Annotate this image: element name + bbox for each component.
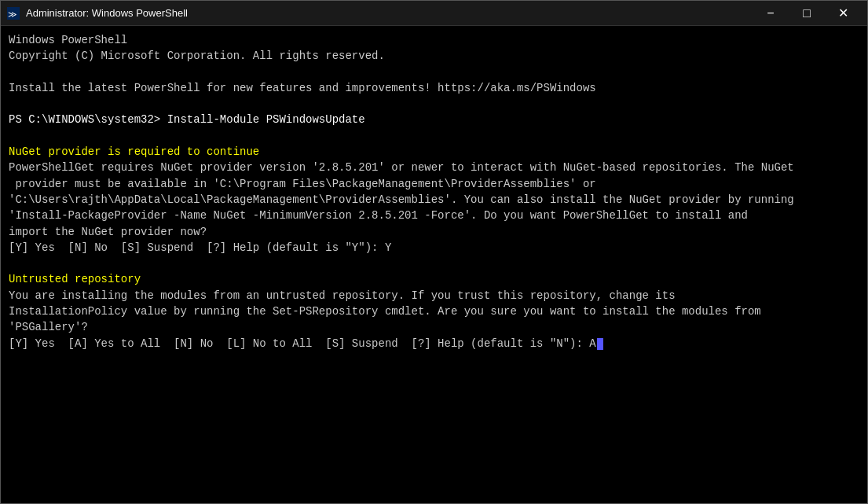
line-1: Windows PowerShell — [9, 34, 127, 46]
line-4: Install the latest PowerShell for new fe… — [9, 82, 596, 94]
line-8: NuGet provider is required to continue — [9, 145, 259, 158]
line-13: import the NuGet provider now? — [9, 226, 207, 238]
powershell-icon: ≫ — [7, 7, 20, 20]
line-12: 'Install-PackageProvider -Name NuGet -Mi… — [9, 209, 748, 222]
close-button[interactable]: ✕ — [825, 1, 861, 26]
line-19: 'PSGallery'? — [9, 321, 88, 333]
line-6: PS C:\WINDOWS\system32> Install-Module P… — [9, 113, 365, 126]
window-title: Administrator: Windows PowerShell — [26, 7, 746, 19]
line-18: InstallationPolicy value by running the … — [9, 305, 761, 318]
line-2: Copyright (C) Microsoft Corporation. All… — [9, 50, 385, 62]
title-bar: ≫ Administrator: Windows PowerShell − □ … — [1, 1, 867, 26]
minimize-button[interactable]: − — [753, 1, 789, 26]
line-14: [Y] Yes [N] No [S] Suspend [?] Help (def… — [9, 241, 391, 254]
svg-text:≫: ≫ — [8, 9, 17, 19]
line-20: [Y] Yes [A] Yes to All [N] No [L] No to … — [9, 337, 596, 350]
maximize-button[interactable]: □ — [789, 1, 825, 26]
console-text: Windows PowerShell Copyright (C) Microso… — [9, 32, 859, 351]
powershell-window: ≫ Administrator: Windows PowerShell − □ … — [0, 0, 868, 504]
line-17: You are installing the modules from an u… — [9, 289, 676, 302]
console-output[interactable]: Windows PowerShell Copyright (C) Microso… — [1, 26, 867, 503]
window-controls: − □ ✕ — [753, 1, 861, 26]
line-10: provider must be available in 'C:\Progra… — [9, 178, 596, 190]
line-16: Untrusted repository — [9, 273, 141, 285]
cursor-blink — [597, 338, 603, 350]
line-9: PowerShellGet requires NuGet provider ve… — [9, 161, 794, 174]
line-11: 'C:\Users\rajth\AppData\Local\PackageMan… — [9, 193, 794, 206]
